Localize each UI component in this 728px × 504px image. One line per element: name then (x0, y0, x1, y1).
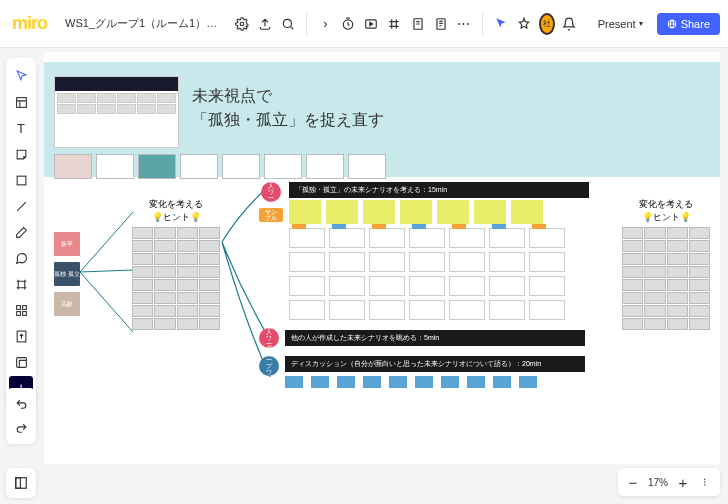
notes-icon[interactable] (432, 11, 449, 37)
line-tool[interactable] (9, 194, 33, 218)
sample-badge[interactable]: サンプル (259, 208, 283, 222)
card[interactable] (529, 300, 565, 320)
cursor-icon[interactable] (493, 11, 510, 37)
mini-thumb[interactable] (264, 154, 302, 179)
zoom-menu-icon[interactable]: ⁝ (694, 471, 716, 493)
share-button[interactable]: Share (657, 13, 720, 35)
tag-item[interactable]: 高齢 (54, 292, 80, 316)
card[interactable] (329, 252, 365, 272)
card[interactable] (529, 276, 565, 296)
mini-thumb[interactable] (96, 154, 134, 179)
voting-icon[interactable] (409, 11, 426, 37)
mini-thumb[interactable] (54, 154, 92, 179)
card[interactable] (369, 276, 405, 296)
card[interactable] (409, 252, 445, 272)
minimap-button[interactable] (6, 468, 36, 498)
template-tool[interactable] (9, 90, 33, 114)
card[interactable] (369, 228, 405, 248)
sticky-note[interactable] (363, 200, 395, 224)
timer-icon[interactable] (340, 11, 357, 37)
settings-icon[interactable] (233, 11, 250, 37)
card[interactable] (369, 300, 405, 320)
card[interactable] (449, 252, 485, 272)
timeline-note[interactable] (441, 376, 459, 388)
timeline-note[interactable] (415, 376, 433, 388)
sticky-note[interactable] (400, 200, 432, 224)
collaborator-avatar[interactable]: 社 (539, 13, 555, 35)
card[interactable] (409, 276, 445, 296)
frame-tool[interactable] (9, 272, 33, 296)
board-title-input[interactable] (57, 13, 227, 35)
mini-thumb[interactable] (348, 154, 386, 179)
section-bar-2[interactable]: 他の人が作成した未来シナリオを眺める：5min (285, 330, 585, 346)
section-bar-1[interactable]: 「孤独・孤立」の未来シナリオを考える：15min (289, 182, 589, 198)
talktrack-icon[interactable] (363, 11, 380, 37)
select-tool[interactable] (9, 64, 33, 88)
export-icon[interactable] (256, 11, 273, 37)
section-bar-3[interactable]: ディスカッション（自分が面白いと思った未来シナリオについて語る）：20min (285, 356, 585, 372)
comment-tool[interactable] (9, 246, 33, 270)
undo-button[interactable] (9, 392, 33, 416)
mini-thumb[interactable] (180, 154, 218, 179)
card[interactable] (289, 300, 325, 320)
card[interactable] (329, 300, 365, 320)
card[interactable] (409, 300, 445, 320)
mini-thumb[interactable] (138, 154, 176, 179)
card[interactable] (489, 300, 525, 320)
timeline-note[interactable] (519, 376, 537, 388)
tag-item[interactable]: 孤独 孤立 (54, 262, 80, 286)
redo-button[interactable] (9, 416, 33, 440)
card[interactable] (489, 228, 525, 248)
sticky-note[interactable] (437, 200, 469, 224)
sticky-note[interactable] (289, 200, 321, 224)
text-tool[interactable]: T (9, 116, 33, 140)
card[interactable] (489, 252, 525, 272)
shape-tool[interactable] (9, 168, 33, 192)
timeline-note[interactable] (337, 376, 355, 388)
search-icon[interactable] (279, 11, 296, 37)
card[interactable] (289, 228, 325, 248)
card[interactable] (289, 276, 325, 296)
main-heading[interactable]: 未来視点で 「孤独・孤立」を捉え直す (192, 84, 384, 132)
card[interactable] (449, 300, 485, 320)
present-button[interactable]: Present▾ (590, 14, 651, 34)
mini-thumb[interactable] (222, 154, 260, 179)
sticky-note[interactable] (474, 200, 506, 224)
board-canvas[interactable]: 未来視点で 「孤独・孤立」を捉え直す 新卒 孤独 孤立 高齢 変化を考える💡ヒン… (44, 52, 720, 464)
group-work-badge[interactable]: グループ ワーク (259, 356, 279, 376)
timeline-note[interactable] (285, 376, 303, 388)
reactions-icon[interactable] (516, 11, 533, 37)
tag-item[interactable]: 新卒 (54, 232, 80, 256)
frame-icon[interactable] (386, 11, 403, 37)
zoom-out-button[interactable]: − (622, 471, 644, 493)
card[interactable] (529, 228, 565, 248)
card[interactable] (329, 276, 365, 296)
zoom-in-button[interactable]: + (672, 471, 694, 493)
timeline-note[interactable] (389, 376, 407, 388)
timeline-note[interactable] (467, 376, 485, 388)
collapse-left-icon[interactable]: › (317, 11, 334, 37)
timeline-note[interactable] (311, 376, 329, 388)
card[interactable] (329, 228, 365, 248)
apps-tool[interactable] (9, 350, 33, 374)
sticky-note[interactable] (326, 200, 358, 224)
hint-right-block[interactable]: 変化を考える💡ヒント💡 (622, 198, 710, 330)
card[interactable] (529, 252, 565, 272)
timeline-note[interactable] (363, 376, 381, 388)
timeline-note[interactable] (493, 376, 511, 388)
card[interactable] (449, 276, 485, 296)
sticky-tool[interactable] (9, 142, 33, 166)
pen-tool[interactable] (9, 220, 33, 244)
card[interactable] (489, 276, 525, 296)
upload-tool[interactable] (9, 324, 33, 348)
zoom-level[interactable]: 17% (644, 477, 672, 488)
card[interactable] (289, 252, 325, 272)
sticky-note[interactable] (511, 200, 543, 224)
card[interactable] (369, 252, 405, 272)
header-frame[interactable]: 未来視点で 「孤独・孤立」を捉え直す (44, 62, 720, 177)
hint-left-block[interactable]: 変化を考える💡ヒント💡 (132, 198, 220, 330)
more-icon[interactable]: ⋯ (455, 11, 472, 37)
card[interactable] (409, 228, 445, 248)
grid-tool[interactable] (9, 298, 33, 322)
frame-thumbnail[interactable] (54, 76, 179, 148)
